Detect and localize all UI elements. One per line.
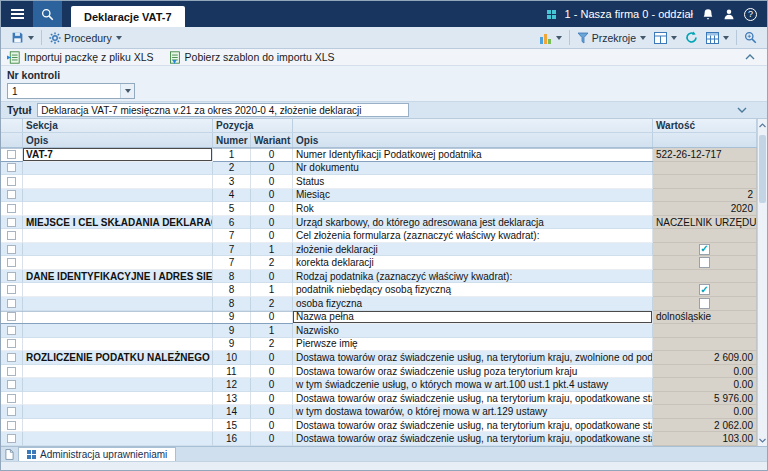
cell-numer[interactable]: 11 xyxy=(213,365,251,379)
scrollbar-track[interactable] xyxy=(758,131,767,434)
cell-wariant[interactable]: 0 xyxy=(251,392,293,406)
template-xls-link[interactable]: Pobierz szablon do importu XLS xyxy=(168,51,335,64)
cell-numer[interactable]: 4 xyxy=(213,189,251,203)
table-row[interactable]: 9 0 Nazwa pełna dolnośląskie xyxy=(1,311,757,325)
cell-numer[interactable]: 14 xyxy=(213,405,251,419)
cell-numer[interactable]: 8 xyxy=(213,270,251,284)
cell-wariant[interactable]: 0 xyxy=(251,148,293,162)
cell-sekcja[interactable] xyxy=(23,256,213,270)
cell-opis[interactable]: podatnik niebędący osobą fizyczną xyxy=(293,283,653,297)
cell-sekcja[interactable] xyxy=(23,432,213,446)
table-row[interactable]: 5 0 Rok 2020 xyxy=(1,202,757,216)
cell-opis[interactable]: Pierwsze imię xyxy=(293,338,653,352)
cell-sekcja[interactable] xyxy=(23,378,213,392)
table-row[interactable]: 2 0 Nr dokumentu xyxy=(1,162,757,176)
cell-wariant[interactable]: 0 xyxy=(251,351,293,365)
import-xls-link[interactable]: Importuj paczkę z pliku XLS xyxy=(7,51,154,64)
cell-sekcja[interactable]: MIEJSCE I CEL SKŁADANIA DEKLARACJI xyxy=(23,216,213,230)
table-row[interactable]: 15 0 Dostawa towarów oraz świadczenie us… xyxy=(1,419,757,433)
row-checkbox[interactable] xyxy=(7,326,16,335)
header-wariant[interactable]: Wariant xyxy=(251,133,293,147)
tab-deklaracje-vat7[interactable]: Deklaracje VAT-7 xyxy=(71,6,185,27)
table-row[interactable]: MIEJSCE I CEL SKŁADANIA DEKLARACJI 6 0 U… xyxy=(1,216,757,230)
cell-sekcja[interactable]: ROZLICZENIE PODATKU NALEŻNEGO xyxy=(23,351,213,365)
cell-wariant[interactable]: 2 xyxy=(251,338,293,352)
cell-opis[interactable]: Nazwa pełna xyxy=(293,311,653,325)
table-row[interactable]: 7 2 korekta deklaracji xyxy=(1,256,757,270)
row-checkbox[interactable] xyxy=(7,231,16,240)
row-checkbox[interactable] xyxy=(7,190,16,199)
tab-administracja-uprawnieniami[interactable]: Administracja uprawnieniami xyxy=(18,447,176,461)
vertical-scrollbar[interactable] xyxy=(757,119,767,446)
cell-opis[interactable]: Dostawa towarów oraz świadczenie usług, … xyxy=(293,392,653,406)
cell-numer[interactable]: 8 xyxy=(213,283,251,297)
cell-numer[interactable]: 2 xyxy=(213,162,251,176)
row-checkbox[interactable] xyxy=(7,394,16,403)
table-row[interactable]: ROZLICZENIE PODATKU NALEŻNEGO 10 0 Dosta… xyxy=(1,351,757,365)
cell-wartosc[interactable] xyxy=(653,162,757,176)
cell-sekcja[interactable] xyxy=(23,338,213,352)
combo-caret[interactable] xyxy=(120,84,134,98)
cell-opis[interactable]: Status xyxy=(293,175,653,189)
cell-wariant[interactable]: 0 xyxy=(251,419,293,433)
cell-wariant[interactable]: 1 xyxy=(251,283,293,297)
table-row[interactable]: 14 0 w tym dostawa towarów, o której mow… xyxy=(1,405,757,419)
cell-opis[interactable]: Rok xyxy=(293,202,653,216)
cell-wartosc[interactable] xyxy=(653,324,757,338)
value-checkbox-checked[interactable]: ✓ xyxy=(699,244,710,255)
cell-sekcja[interactable]: DANE IDENTYFIKACYJNE I ADRES SIEDZIBY* xyxy=(23,270,213,284)
menu-icon[interactable] xyxy=(1,1,33,27)
cell-wartosc[interactable] xyxy=(653,256,757,270)
cell-numer[interactable]: 6 xyxy=(213,216,251,230)
cell-wartosc[interactable]: ✓ xyxy=(653,283,757,297)
table-row[interactable]: 12 0 w tym świadczenie usług, o których … xyxy=(1,378,757,392)
header-wartosc[interactable]: Wartość xyxy=(653,119,757,132)
chart-button[interactable] xyxy=(535,29,566,47)
cell-numer[interactable]: 16 xyxy=(213,432,251,446)
header-opis[interactable]: Opis xyxy=(293,133,653,147)
table-row[interactable]: 16 0 Dostawa towarów oraz świadczenie us… xyxy=(1,432,757,446)
cell-wariant[interactable]: 2 xyxy=(251,256,293,270)
cell-sekcja[interactable] xyxy=(23,243,213,257)
przekroje-button[interactable]: Przekroje xyxy=(573,29,650,47)
scroll-up-icon[interactable] xyxy=(758,119,767,131)
cell-opis[interactable]: korekta deklaracji xyxy=(293,256,653,270)
cell-numer[interactable]: 10 xyxy=(213,351,251,365)
row-checkbox[interactable] xyxy=(7,272,16,281)
value-checkbox-unchecked[interactable] xyxy=(699,298,710,309)
cell-wartosc[interactable]: NACZELNIK URZĘDU xyxy=(653,216,757,230)
cell-sekcja[interactable] xyxy=(23,419,213,433)
row-checkbox[interactable] xyxy=(7,339,16,348)
cell-wartosc[interactable]: 103.00 xyxy=(653,432,757,446)
expand-panel-button[interactable] xyxy=(737,107,761,113)
refresh-button[interactable] xyxy=(681,29,702,47)
cell-wariant[interactable]: 1 xyxy=(251,324,293,338)
header-opis-sekcja[interactable]: Opis xyxy=(23,133,213,147)
row-checkbox[interactable] xyxy=(7,150,16,159)
cell-wartosc[interactable]: dolnośląskie xyxy=(653,311,757,325)
row-checkbox[interactable] xyxy=(7,218,16,227)
header-pozycja[interactable]: Pozycja xyxy=(213,119,293,132)
cell-numer[interactable]: 9 xyxy=(213,311,251,325)
cell-numer[interactable]: 7 xyxy=(213,229,251,243)
layout-button[interactable] xyxy=(650,29,681,47)
row-checkbox[interactable] xyxy=(7,299,16,308)
procedures-button[interactable]: Procedury xyxy=(45,29,126,47)
cell-opis[interactable]: Rodzaj podatnika (zaznaczyć właściwy kwa… xyxy=(293,270,653,284)
cell-sekcja[interactable] xyxy=(23,311,213,325)
cell-numer[interactable]: 3 xyxy=(213,175,251,189)
value-checkbox-checked[interactable]: ✓ xyxy=(699,284,710,295)
cell-opis[interactable]: Dostawa towarów oraz świadczenie usług, … xyxy=(293,419,653,433)
row-checkbox[interactable] xyxy=(7,245,16,254)
cell-wartosc[interactable]: ✓ xyxy=(653,243,757,257)
cell-wariant[interactable]: 0 xyxy=(251,270,293,284)
cell-numer[interactable]: 1 xyxy=(213,148,251,162)
table-row[interactable]: 7 0 Cel złożenia formularza (zaznaczyć w… xyxy=(1,229,757,243)
cell-wariant[interactable]: 0 xyxy=(251,229,293,243)
cell-sekcja[interactable] xyxy=(23,365,213,379)
row-checkbox[interactable] xyxy=(7,434,16,443)
table-row[interactable]: 7 1 złożenie deklaracji ✓ xyxy=(1,243,757,257)
cell-numer[interactable]: 15 xyxy=(213,419,251,433)
cell-numer[interactable]: 5 xyxy=(213,202,251,216)
cell-opis[interactable]: Miesiąc xyxy=(293,189,653,203)
